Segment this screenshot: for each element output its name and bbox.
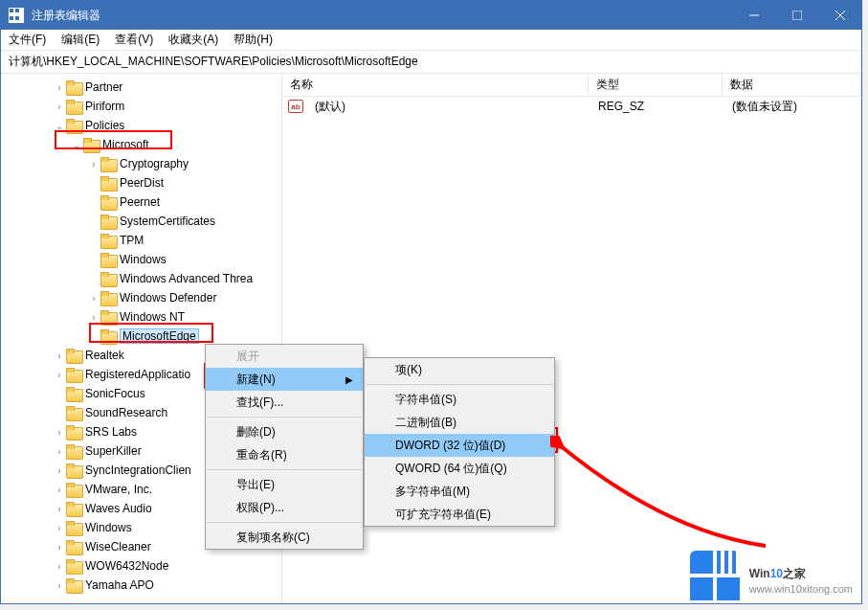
chevron-right-icon[interactable]: › <box>53 485 66 495</box>
menu-label: 查找(F)... <box>236 395 283 411</box>
chevron-down-icon[interactable]: ⌄ <box>70 140 83 150</box>
context-menu-item[interactable]: 查找(F)... <box>206 391 363 414</box>
tree-item-peernet[interactable]: Peernet <box>1 192 281 212</box>
folder-icon <box>100 329 116 343</box>
chevron-right-icon[interactable]: › <box>53 561 66 572</box>
submenu-item[interactable]: 可扩充字符串值(E) <box>365 503 554 526</box>
tree-item-windows[interactable]: Windows <box>1 250 281 269</box>
chevron-right-icon[interactable]: › <box>87 293 100 304</box>
submenu-item[interactable]: 项(K) <box>365 358 554 381</box>
menu-label: 新建(N) <box>236 372 276 388</box>
menu-label: 二进制值(B) <box>395 415 456 431</box>
chevron-down-icon[interactable]: ⌄ <box>53 121 66 131</box>
menu-view[interactable]: 查看(V) <box>115 32 153 48</box>
context-menu-item[interactable]: 导出(E) <box>206 473 363 496</box>
chevron-right-icon[interactable]: › <box>53 523 66 533</box>
tree-item-wow6432node[interactable]: ›WOW6432Node <box>1 556 281 576</box>
tree-item-peerdist[interactable]: PeerDist <box>1 173 281 192</box>
titlebar[interactable]: 注册表编辑器 <box>1 1 861 30</box>
col-type[interactable]: 类型 <box>589 74 723 96</box>
menu-help[interactable]: 帮助(H) <box>234 32 273 48</box>
folder-icon <box>66 444 81 458</box>
cell-name: (默认) <box>307 99 590 115</box>
minimize-button[interactable] <box>732 1 775 30</box>
tree-item-yamaha-apo[interactable]: ›Yamaha APO <box>1 576 281 595</box>
folder-icon <box>66 483 81 496</box>
context-menu-main[interactable]: 展开新建(N)▶查找(F)...删除(D)重命名(R)导出(E)权限(P)...… <box>205 344 364 550</box>
tree-item-microsoftedge[interactable]: MicrosoftEdge <box>1 327 281 346</box>
context-menu-item[interactable]: 重命名(R) <box>206 443 363 466</box>
submenu-item[interactable]: DWORD (32 位)值(D) <box>365 434 554 457</box>
context-menu-item[interactable]: 权限(P)... <box>206 496 363 519</box>
tree-item-partner[interactable]: ›Partner <box>1 78 281 97</box>
chevron-right-icon[interactable]: › <box>53 542 66 553</box>
menu-favorites[interactable]: 收藏夹(A) <box>168 32 218 48</box>
context-menu-item[interactable]: 新建(N)▶ <box>206 368 363 391</box>
watermark-brand: Win10之家 <box>749 556 853 583</box>
tree-label: WOW6432Node <box>85 559 168 573</box>
submenu-item[interactable]: 二进制值(B) <box>365 411 554 434</box>
tree-item-windows-nt[interactable]: ›Windows NT <box>1 307 281 327</box>
menu-separator <box>207 417 362 418</box>
chevron-right-icon[interactable]: › <box>87 312 100 323</box>
folder-icon <box>66 425 81 439</box>
maximize-button[interactable] <box>775 1 818 30</box>
list-header[interactable]: 名称 类型 数据 <box>282 74 861 97</box>
menu-edit[interactable]: 编辑(E) <box>61 32 100 48</box>
tree-item-piriform[interactable]: ›Piriform <box>1 97 281 116</box>
tree-item-systemcertificates[interactable]: SystemCertificates <box>1 212 281 231</box>
menu-label: DWORD (32 位)值(D) <box>395 438 505 454</box>
submenu-item[interactable]: 字符串值(S) <box>365 388 554 411</box>
tree-label: Piriform <box>85 100 124 113</box>
menu-file[interactable]: 文件(F) <box>9 32 46 48</box>
context-menu-item[interactable]: 复制项名称(C) <box>206 526 363 549</box>
tree-label: Cryptography <box>120 157 189 170</box>
menu-separator <box>207 522 362 523</box>
tree-label: Windows Defender <box>120 291 216 305</box>
folder-icon <box>66 387 81 400</box>
list-row[interactable]: ab (默认) REG_SZ (数值未设置) <box>282 97 861 116</box>
folder-icon <box>83 138 99 151</box>
tree-item-microsoft[interactable]: ⌄Microsoft <box>1 135 281 154</box>
folder-icon <box>100 291 116 305</box>
chevron-right-icon[interactable]: › <box>53 465 66 476</box>
col-data[interactable]: 数据 <box>723 74 861 96</box>
context-menu-item: 展开 <box>206 345 363 368</box>
tree-item-policies[interactable]: ⌄Policies <box>1 116 281 135</box>
folder-icon <box>66 368 81 381</box>
menu-label: 展开 <box>236 349 259 365</box>
addressbar[interactable]: 计算机\HKEY_LOCAL_MACHINE\SOFTWARE\Policies… <box>1 51 861 74</box>
tree-label: PeerDist <box>120 176 164 190</box>
tree-item-cryptography[interactable]: ›Cryptography <box>1 154 281 173</box>
menu-separator <box>207 469 362 470</box>
menu-label: 项(K) <box>395 362 422 378</box>
chevron-right-icon[interactable]: › <box>53 446 66 457</box>
tree-item-windows-defender[interactable]: ›Windows Defender <box>1 288 281 307</box>
folder-icon <box>100 253 116 266</box>
chevron-right-icon[interactable]: › <box>53 504 66 514</box>
chevron-right-icon[interactable]: › <box>53 82 66 93</box>
folder-icon <box>100 176 116 190</box>
tree-label: Partner <box>85 80 122 94</box>
submenu-item[interactable]: QWORD (64 位)值(Q) <box>365 457 554 480</box>
chevron-right-icon[interactable]: › <box>53 427 66 438</box>
menu-label: 删除(D) <box>236 424 276 441</box>
close-button[interactable] <box>818 1 861 30</box>
tree-label: TPM <box>120 234 144 247</box>
tree-label: Windows <box>120 253 167 266</box>
chevron-right-icon[interactable]: › <box>87 159 100 169</box>
chevron-right-icon[interactable]: › <box>53 350 66 361</box>
tree-item-windows-advanced-threa[interactable]: Windows Advanced Threa <box>1 269 281 288</box>
menu-label: 导出(E) <box>236 477 275 493</box>
chevron-right-icon[interactable]: › <box>53 370 66 380</box>
chevron-right-icon[interactable]: › <box>53 102 66 112</box>
tree-item-tpm[interactable]: TPM <box>1 231 281 250</box>
chevron-right-icon[interactable]: › <box>53 580 66 591</box>
context-menu-new[interactable]: 项(K)字符串值(S)二进制值(B)DWORD (32 位)值(D)QWORD … <box>364 357 555 527</box>
col-name[interactable]: 名称 <box>282 74 589 96</box>
submenu-item[interactable]: 多字符串值(M) <box>365 480 554 503</box>
tree-label: Realtek <box>85 349 124 362</box>
cell-data: (数值未设置) <box>724 99 861 115</box>
app-icon <box>9 8 24 23</box>
context-menu-item[interactable]: 删除(D) <box>206 420 363 443</box>
